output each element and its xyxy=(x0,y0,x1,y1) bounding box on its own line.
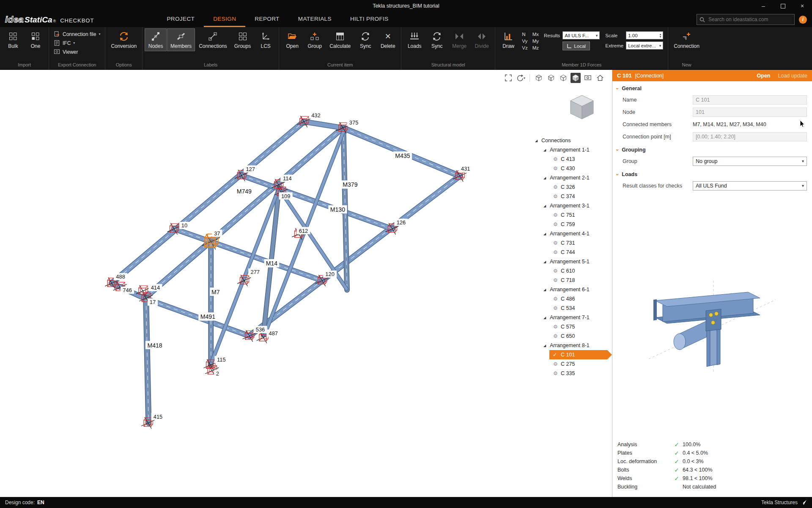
spinner-arrows-icon[interactable]: ▴▾ xyxy=(660,33,661,38)
force-toggle-n[interactable]: N xyxy=(522,32,527,37)
view-iso-button[interactable] xyxy=(558,73,568,83)
new-connection-button[interactable]: Connection xyxy=(670,28,703,51)
tab-design[interactable]: DESIGN xyxy=(204,12,245,27)
open-button[interactable]: Open xyxy=(281,28,303,51)
model-viewport[interactable]: M435M749M379M130M14M7M491M41843237543112… xyxy=(0,70,612,497)
local-toggle-button[interactable]: Local xyxy=(562,41,590,50)
tree-item-selected[interactable]: ✓C 101 xyxy=(549,350,612,359)
shaded-view-button[interactable] xyxy=(571,73,581,83)
connected-members-row: Connected members M7, M14, M21, M27, M34… xyxy=(612,118,812,130)
tree-item[interactable]: ⚙C 374 xyxy=(534,192,609,201)
tree-group-arrangement-3-1[interactable]: ◢Arrangement 3-1 xyxy=(534,201,609,210)
tree-item[interactable]: ⚙C 610 xyxy=(534,266,609,276)
result-classes-dropdown[interactable]: All ULS Fund ▾ xyxy=(693,181,807,190)
visibility-button[interactable] xyxy=(583,73,593,83)
connection-file-button[interactable]: Connection file ▾ xyxy=(52,30,102,38)
tree-item[interactable]: ⚙C 759 xyxy=(534,220,609,229)
tree-group-arrangement-2-1[interactable]: ◢Arrangement 2-1 xyxy=(534,173,609,182)
tab-materials[interactable]: MATERIALS xyxy=(289,12,341,27)
one-button[interactable]: One xyxy=(25,28,47,51)
group-dropdown[interactable]: No group ▾ xyxy=(693,157,807,166)
ifc-button[interactable]: IFC ▾ xyxy=(52,39,102,47)
force-toggle-my[interactable]: My xyxy=(532,39,539,44)
results-dropdown[interactable]: All ULS F... ▾ xyxy=(562,31,600,39)
zoom-fit-button[interactable] xyxy=(503,73,513,83)
tree-group-arrangement-6-1[interactable]: ◢Arrangement 6-1 xyxy=(534,285,609,294)
close-button[interactable]: × xyxy=(793,0,812,12)
tree-root-item[interactable]: ◢Connections xyxy=(534,136,609,145)
tree-group-arrangement-4-1[interactable]: ◢Arrangement 4-1 xyxy=(534,229,609,238)
tab-project[interactable]: PROJECT xyxy=(157,12,204,27)
tree-item[interactable]: ⚙C 751 xyxy=(534,210,609,220)
bulk-button[interactable]: Bulk xyxy=(2,28,24,51)
info-button[interactable]: i xyxy=(799,16,807,24)
view-top-button[interactable] xyxy=(534,73,544,83)
groups-toggle-button[interactable]: Groups xyxy=(231,28,254,51)
tree-group-arrangement-1-1[interactable]: ◢Arrangement 1-1 xyxy=(534,145,609,155)
section-chevron-icon: › xyxy=(615,88,620,89)
tree-item[interactable]: ⚙C 575 xyxy=(534,322,609,331)
tree-item[interactable]: ⚙C 413 xyxy=(534,155,609,164)
extreme-dropdown[interactable]: Local extre... ▾ xyxy=(626,41,663,50)
tree-item[interactable]: ⚙C 650 xyxy=(534,331,609,341)
tree-item[interactable]: ⚙C 534 xyxy=(534,304,609,313)
delete-button[interactable]: ✕ Delete xyxy=(377,28,399,51)
tree-item[interactable]: ⚙C 731 xyxy=(534,238,609,248)
tree-caret-icon: ◢ xyxy=(543,344,547,348)
force-toggle-vy[interactable]: Vy xyxy=(522,39,527,44)
section-grouping[interactable]: › Grouping xyxy=(612,143,812,155)
ribbon-group-structural-model: Loads Sync Merge Divide Structural model xyxy=(401,27,495,69)
minimize-button[interactable]: – xyxy=(754,0,773,12)
group-button[interactable]: Group xyxy=(304,28,326,51)
tree-item[interactable]: ⚙C 718 xyxy=(534,276,609,285)
tree-item[interactable]: ⚙C 744 xyxy=(534,248,609,257)
rotate-view-button[interactable]: ▾ xyxy=(516,73,526,83)
lcs-toggle-button[interactable]: LCS xyxy=(255,28,277,51)
section-loads[interactable]: › Loads xyxy=(612,167,812,179)
force-toggle-vz[interactable]: Vz xyxy=(522,45,527,50)
connections-toggle-button[interactable]: Connections xyxy=(195,28,230,51)
divide-button[interactable]: Divide xyxy=(471,28,493,51)
model-sync-button[interactable]: Sync xyxy=(426,28,448,51)
tree-group-arrangement-5-1[interactable]: ◢Arrangement 5-1 xyxy=(534,257,609,266)
scale-spinner[interactable]: 1.00 ▴▾ xyxy=(626,31,663,39)
lcs-axes-icon xyxy=(261,31,270,41)
svg-text:M749: M749 xyxy=(237,188,252,195)
force-toggle-mz[interactable]: Mz xyxy=(532,45,539,50)
connection-preview-3d[interactable] xyxy=(642,270,782,376)
tab-hilti-profis[interactable]: HILTI PROFIS xyxy=(341,12,398,27)
main-menu: PROJECT DESIGN REPORT MATERIALS HILTI PR… xyxy=(157,12,398,27)
tree-group-arrangement-7-1[interactable]: ◢Arrangement 7-1 xyxy=(534,313,609,322)
tree-item[interactable]: ⚙C 486 xyxy=(534,294,609,304)
navigation-cube[interactable] xyxy=(566,92,598,123)
structure-3d-scene[interactable]: M435M749M379M130M14M7M491M41843237543112… xyxy=(0,70,612,497)
name-field: C 101 xyxy=(693,95,807,105)
section-general[interactable]: › General xyxy=(612,81,812,94)
tree-group-arrangement-8-1[interactable]: ◢Arrangement 8-1 xyxy=(534,341,609,350)
maximize-button[interactable] xyxy=(773,0,793,12)
tree-item[interactable]: ⚙C 275 xyxy=(534,359,609,369)
calculate-button[interactable]: Calculate xyxy=(326,28,354,51)
tree-caret-icon: ◢ xyxy=(543,288,547,292)
load-update-button[interactable]: Load update xyxy=(778,73,807,79)
tree-item[interactable]: ⚙C 335 xyxy=(534,369,609,378)
loads-button[interactable]: Loads xyxy=(403,28,425,51)
sync-button[interactable]: Sync xyxy=(354,28,376,51)
design-code-value: EN xyxy=(37,500,44,505)
conversion-button[interactable]: Conversion xyxy=(107,28,140,51)
tab-report[interactable]: REPORT xyxy=(245,12,288,27)
tree-item[interactable]: ⚙C 326 xyxy=(534,182,609,192)
tree-item[interactable]: ⚙C 430 xyxy=(534,164,609,173)
search-input[interactable] xyxy=(708,16,792,23)
view-front-button[interactable] xyxy=(546,73,556,83)
members-toggle-button[interactable]: Members xyxy=(167,28,195,51)
home-view-button[interactable] xyxy=(595,73,605,83)
result-label: Welds xyxy=(617,475,671,481)
nodes-toggle-button[interactable]: Nodes xyxy=(145,28,167,51)
viewer-button[interactable]: Viewer xyxy=(52,48,102,56)
merge-button[interactable]: Merge xyxy=(448,28,470,51)
gear-icon: ⚙ xyxy=(553,221,558,227)
force-toggle-mx[interactable]: Mx xyxy=(532,32,539,37)
draw-button[interactable]: Draw xyxy=(497,28,519,51)
open-connection-button[interactable]: Open xyxy=(757,73,771,79)
